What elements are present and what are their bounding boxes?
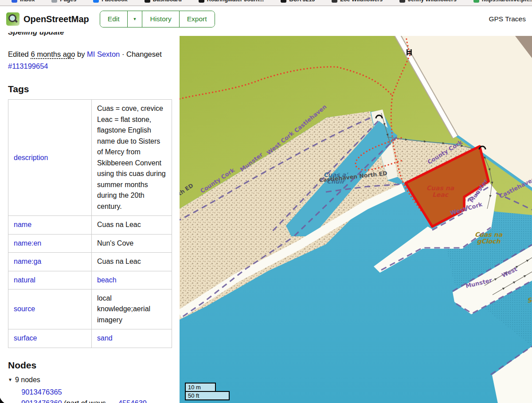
tag-key-link[interactable]: name:ga <box>14 258 41 265</box>
scale-bar: 10 m 50 ft <box>185 383 230 400</box>
bookmark-item[interactable]: https://archive.ph... <box>473 0 532 3</box>
tags-heading: Tags <box>8 84 172 94</box>
bookmark-label: Jenny Wildflowers <box>408 0 457 3</box>
bookmark-label: https://archive.ph... <box>482 0 532 3</box>
changeset-comment-title: Spelling update <box>8 32 172 37</box>
tag-value[interactable]: sand <box>97 334 113 342</box>
map[interactable]: Cuas a'ChúirCastlehavenWest CorkMunsterC… <box>180 36 532 403</box>
by-word: by <box>77 50 85 58</box>
cursor-artifact <box>0 388 17 403</box>
nodes-section: Nodes ▼ 9 nodes 9013476365 9013476360 (p… <box>8 360 172 403</box>
tag-key-link[interactable]: description <box>14 154 48 161</box>
bookmark-favicon <box>199 0 204 3</box>
separator-dot: · <box>122 50 125 58</box>
openstreetmap-logo-icon[interactable] <box>6 12 20 26</box>
bookmark-item[interactable]: Dashboard <box>145 0 182 3</box>
bookmark-label: Inbox <box>20 0 35 3</box>
tag-key-link[interactable]: name <box>14 221 31 228</box>
tag-value[interactable]: beach <box>97 276 117 284</box>
edited-word: Edited <box>8 50 29 58</box>
tag-key-link[interactable]: name:en <box>14 239 41 247</box>
node-list-item: 9013476365 <box>21 387 174 398</box>
tag-row: surfacesand <box>8 329 172 348</box>
bookmark-favicon <box>473 0 479 3</box>
nodes-count-row: ▼ 9 nodes <box>8 376 172 384</box>
bookmark-item[interactable]: Jenny Wildflowers <box>399 0 457 3</box>
tag-value: Cuas = cove, crevice Leac = flat stone, … <box>97 105 166 210</box>
map-column: Cuas a'ChúirCastlehavenWest CorkMunsterC… <box>180 32 532 403</box>
tag-value: Cuas na Leac <box>97 258 141 265</box>
bookmark-item[interactable]: Facebook <box>93 0 127 3</box>
bookmark-label: Dashboard <box>153 0 182 3</box>
map-label: Cuas nagCloch <box>475 231 503 245</box>
edited-line: Edited 6 months ago by MI Sexton · Chang… <box>8 48 172 72</box>
tag-row: naturalbeach <box>8 271 172 289</box>
bookmark-favicon <box>332 0 337 3</box>
bookmark-label: Pages <box>60 0 76 3</box>
way-link[interactable]: 4554639, <box>118 399 149 403</box>
bookmark-favicon <box>12 0 17 3</box>
edit-dropdown-caret[interactable]: ▼ <box>127 11 142 27</box>
map-canvas[interactable]: Cuas a'ChúirCastlehavenWest CorkMunsterC… <box>180 36 532 403</box>
browser-bookmarks-bar: InboxPagesFacebookDashboardRoaringwater … <box>0 0 532 6</box>
tag-key-link[interactable]: source <box>14 305 35 313</box>
bookmark-favicon <box>51 0 57 3</box>
history-button[interactable]: History <box>142 11 179 27</box>
tag-row: nameCuas na Leac <box>8 216 172 234</box>
bookmark-favicon <box>399 0 405 3</box>
bookmark-item[interactable]: Inbox <box>12 0 35 3</box>
tag-row: name:enNun's Cove <box>8 234 172 252</box>
tag-row: descriptionCuas = cove, crevice Leac = f… <box>8 100 172 216</box>
export-button[interactable]: Export <box>179 11 215 27</box>
tag-value: Nun's Cove <box>97 239 133 247</box>
tag-value: local knowledge;aerial imagery <box>97 294 150 324</box>
tags-table: descriptionCuas = cove, crevice Leac = f… <box>8 99 172 348</box>
gps-traces-link[interactable]: GPS Traces <box>489 15 526 23</box>
scale-imperial: 50 ft <box>185 391 230 400</box>
bookmark-item[interactable]: BCA 3213 <box>281 0 315 3</box>
node-link[interactable]: 9013476360 <box>21 399 62 403</box>
bookmark-label: Facebook <box>102 0 127 3</box>
sidebar: Spelling update Edited 6 months ago by M… <box>0 32 180 403</box>
edit-button[interactable]: Edit <box>100 11 127 27</box>
bookmark-item[interactable]: Pages <box>51 0 76 3</box>
edited-time: 6 months ago <box>31 50 75 58</box>
brand-title[interactable]: OpenStreetMap <box>23 14 89 24</box>
nodes-count-label: 9 nodes <box>15 376 40 384</box>
tag-value: Cuas na Leac <box>97 221 141 228</box>
bookmark-label: BCA 3213 <box>289 0 315 3</box>
user-link[interactable]: MI Sexton <box>87 50 120 58</box>
node-list-item: 9013476360 (part of ways4554639, 9755980… <box>21 398 174 403</box>
part-of-ways-text: (part of ways <box>64 399 106 403</box>
bookmark-favicon <box>93 0 99 3</box>
tag-row: sourcelocal knowledge;aerial imagery <box>8 290 172 329</box>
bookmark-label: Roaringwater Journ... <box>207 0 264 3</box>
map-action-button-group: Edit ▼ History Export <box>100 11 215 27</box>
tag-key-link[interactable]: surface <box>14 334 37 342</box>
bookmark-item[interactable]: Roaringwater Journ... <box>199 0 264 3</box>
osm-header: OpenStreetMap Edit ▼ History Export GPS … <box>0 6 532 32</box>
tag-key-link[interactable]: natural <box>14 276 35 284</box>
tag-row: name:gaCuas na Leac <box>8 253 172 271</box>
changeset-link[interactable]: #113199654 <box>8 62 48 70</box>
node-link[interactable]: 9013476365 <box>21 388 62 396</box>
nodes-heading: Nodes <box>8 360 172 371</box>
bookmark-label: Zoe Wildflowers <box>340 0 383 3</box>
node-list: 9013476365 9013476360 (part of ways45546… <box>21 387 174 403</box>
scale-metric: 10 m <box>185 383 216 392</box>
bookmark-favicon <box>281 0 286 3</box>
bookmark-item[interactable]: Zoe Wildflowers <box>332 0 383 3</box>
bookmark-favicon <box>145 0 150 3</box>
changeset-word: Changeset <box>126 50 162 58</box>
